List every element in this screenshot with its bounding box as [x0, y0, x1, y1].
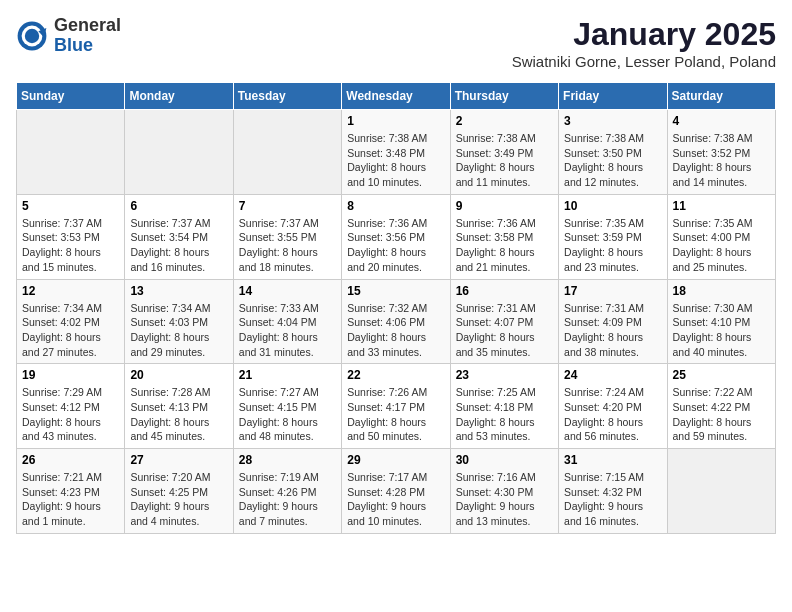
calendar-cell [667, 449, 775, 534]
day-info: Sunrise: 7:35 AMSunset: 4:00 PMDaylight:… [673, 216, 770, 275]
day-number: 2 [456, 114, 553, 128]
day-info: Sunrise: 7:36 AMSunset: 3:56 PMDaylight:… [347, 216, 444, 275]
day-number: 14 [239, 284, 336, 298]
day-info: Sunrise: 7:17 AMSunset: 4:28 PMDaylight:… [347, 470, 444, 529]
day-info: Sunrise: 7:35 AMSunset: 3:59 PMDaylight:… [564, 216, 661, 275]
day-info: Sunrise: 7:36 AMSunset: 3:58 PMDaylight:… [456, 216, 553, 275]
day-info: Sunrise: 7:26 AMSunset: 4:17 PMDaylight:… [347, 385, 444, 444]
calendar-cell: 23Sunrise: 7:25 AMSunset: 4:18 PMDayligh… [450, 364, 558, 449]
calendar-cell: 9Sunrise: 7:36 AMSunset: 3:58 PMDaylight… [450, 194, 558, 279]
calendar-cell: 6Sunrise: 7:37 AMSunset: 3:54 PMDaylight… [125, 194, 233, 279]
day-number: 12 [22, 284, 119, 298]
page-header: General Blue January 2025 Swiatniki Gorn… [16, 16, 776, 70]
calendar-cell: 26Sunrise: 7:21 AMSunset: 4:23 PMDayligh… [17, 449, 125, 534]
day-number: 29 [347, 453, 444, 467]
day-info: Sunrise: 7:34 AMSunset: 4:02 PMDaylight:… [22, 301, 119, 360]
calendar-cell: 27Sunrise: 7:20 AMSunset: 4:25 PMDayligh… [125, 449, 233, 534]
calendar-cell: 17Sunrise: 7:31 AMSunset: 4:09 PMDayligh… [559, 279, 667, 364]
logo-general: General [54, 16, 121, 36]
day-number: 1 [347, 114, 444, 128]
month-title: January 2025 [512, 16, 776, 53]
day-info: Sunrise: 7:38 AMSunset: 3:52 PMDaylight:… [673, 131, 770, 190]
day-info: Sunrise: 7:38 AMSunset: 3:48 PMDaylight:… [347, 131, 444, 190]
col-header-monday: Monday [125, 83, 233, 110]
day-info: Sunrise: 7:33 AMSunset: 4:04 PMDaylight:… [239, 301, 336, 360]
calendar-cell [17, 110, 125, 195]
day-number: 7 [239, 199, 336, 213]
col-header-sunday: Sunday [17, 83, 125, 110]
col-header-friday: Friday [559, 83, 667, 110]
calendar-cell [125, 110, 233, 195]
day-number: 13 [130, 284, 227, 298]
calendar-cell: 19Sunrise: 7:29 AMSunset: 4:12 PMDayligh… [17, 364, 125, 449]
calendar-cell: 20Sunrise: 7:28 AMSunset: 4:13 PMDayligh… [125, 364, 233, 449]
calendar-cell: 31Sunrise: 7:15 AMSunset: 4:32 PMDayligh… [559, 449, 667, 534]
calendar-header-row: SundayMondayTuesdayWednesdayThursdayFrid… [17, 83, 776, 110]
calendar-cell: 13Sunrise: 7:34 AMSunset: 4:03 PMDayligh… [125, 279, 233, 364]
day-info: Sunrise: 7:22 AMSunset: 4:22 PMDaylight:… [673, 385, 770, 444]
calendar-cell: 25Sunrise: 7:22 AMSunset: 4:22 PMDayligh… [667, 364, 775, 449]
day-info: Sunrise: 7:32 AMSunset: 4:06 PMDaylight:… [347, 301, 444, 360]
title-block: January 2025 Swiatniki Gorne, Lesser Pol… [512, 16, 776, 70]
day-number: 11 [673, 199, 770, 213]
calendar-cell: 2Sunrise: 7:38 AMSunset: 3:49 PMDaylight… [450, 110, 558, 195]
calendar-cell: 5Sunrise: 7:37 AMSunset: 3:53 PMDaylight… [17, 194, 125, 279]
day-info: Sunrise: 7:24 AMSunset: 4:20 PMDaylight:… [564, 385, 661, 444]
calendar-cell: 24Sunrise: 7:24 AMSunset: 4:20 PMDayligh… [559, 364, 667, 449]
calendar-cell: 8Sunrise: 7:36 AMSunset: 3:56 PMDaylight… [342, 194, 450, 279]
day-info: Sunrise: 7:16 AMSunset: 4:30 PMDaylight:… [456, 470, 553, 529]
day-number: 4 [673, 114, 770, 128]
day-number: 22 [347, 368, 444, 382]
day-info: Sunrise: 7:19 AMSunset: 4:26 PMDaylight:… [239, 470, 336, 529]
day-info: Sunrise: 7:34 AMSunset: 4:03 PMDaylight:… [130, 301, 227, 360]
day-number: 17 [564, 284, 661, 298]
day-number: 28 [239, 453, 336, 467]
day-info: Sunrise: 7:38 AMSunset: 3:50 PMDaylight:… [564, 131, 661, 190]
location: Swiatniki Gorne, Lesser Poland, Poland [512, 53, 776, 70]
calendar-cell [233, 110, 341, 195]
day-info: Sunrise: 7:30 AMSunset: 4:10 PMDaylight:… [673, 301, 770, 360]
calendar-week-row: 1Sunrise: 7:38 AMSunset: 3:48 PMDaylight… [17, 110, 776, 195]
day-number: 31 [564, 453, 661, 467]
calendar-cell: 4Sunrise: 7:38 AMSunset: 3:52 PMDaylight… [667, 110, 775, 195]
calendar-cell: 1Sunrise: 7:38 AMSunset: 3:48 PMDaylight… [342, 110, 450, 195]
day-info: Sunrise: 7:15 AMSunset: 4:32 PMDaylight:… [564, 470, 661, 529]
day-info: Sunrise: 7:31 AMSunset: 4:09 PMDaylight:… [564, 301, 661, 360]
calendar-cell: 28Sunrise: 7:19 AMSunset: 4:26 PMDayligh… [233, 449, 341, 534]
day-number: 18 [673, 284, 770, 298]
day-info: Sunrise: 7:27 AMSunset: 4:15 PMDaylight:… [239, 385, 336, 444]
col-header-thursday: Thursday [450, 83, 558, 110]
calendar-cell: 7Sunrise: 7:37 AMSunset: 3:55 PMDaylight… [233, 194, 341, 279]
calendar-cell: 16Sunrise: 7:31 AMSunset: 4:07 PMDayligh… [450, 279, 558, 364]
day-number: 10 [564, 199, 661, 213]
calendar-cell: 12Sunrise: 7:34 AMSunset: 4:02 PMDayligh… [17, 279, 125, 364]
day-number: 23 [456, 368, 553, 382]
col-header-saturday: Saturday [667, 83, 775, 110]
day-number: 24 [564, 368, 661, 382]
day-info: Sunrise: 7:37 AMSunset: 3:54 PMDaylight:… [130, 216, 227, 275]
calendar-cell: 29Sunrise: 7:17 AMSunset: 4:28 PMDayligh… [342, 449, 450, 534]
day-number: 26 [22, 453, 119, 467]
logo: General Blue [16, 16, 121, 56]
day-number: 5 [22, 199, 119, 213]
calendar-week-row: 5Sunrise: 7:37 AMSunset: 3:53 PMDaylight… [17, 194, 776, 279]
day-info: Sunrise: 7:20 AMSunset: 4:25 PMDaylight:… [130, 470, 227, 529]
day-info: Sunrise: 7:21 AMSunset: 4:23 PMDaylight:… [22, 470, 119, 529]
calendar-week-row: 19Sunrise: 7:29 AMSunset: 4:12 PMDayligh… [17, 364, 776, 449]
calendar-cell: 15Sunrise: 7:32 AMSunset: 4:06 PMDayligh… [342, 279, 450, 364]
logo-icon [16, 20, 48, 52]
calendar-cell: 22Sunrise: 7:26 AMSunset: 4:17 PMDayligh… [342, 364, 450, 449]
day-number: 9 [456, 199, 553, 213]
day-info: Sunrise: 7:38 AMSunset: 3:49 PMDaylight:… [456, 131, 553, 190]
day-number: 8 [347, 199, 444, 213]
calendar-table: SundayMondayTuesdayWednesdayThursdayFrid… [16, 82, 776, 534]
day-number: 16 [456, 284, 553, 298]
day-info: Sunrise: 7:28 AMSunset: 4:13 PMDaylight:… [130, 385, 227, 444]
day-number: 25 [673, 368, 770, 382]
calendar-cell: 10Sunrise: 7:35 AMSunset: 3:59 PMDayligh… [559, 194, 667, 279]
calendar-cell: 14Sunrise: 7:33 AMSunset: 4:04 PMDayligh… [233, 279, 341, 364]
day-number: 20 [130, 368, 227, 382]
svg-point-2 [25, 29, 39, 43]
day-info: Sunrise: 7:37 AMSunset: 3:53 PMDaylight:… [22, 216, 119, 275]
col-header-tuesday: Tuesday [233, 83, 341, 110]
